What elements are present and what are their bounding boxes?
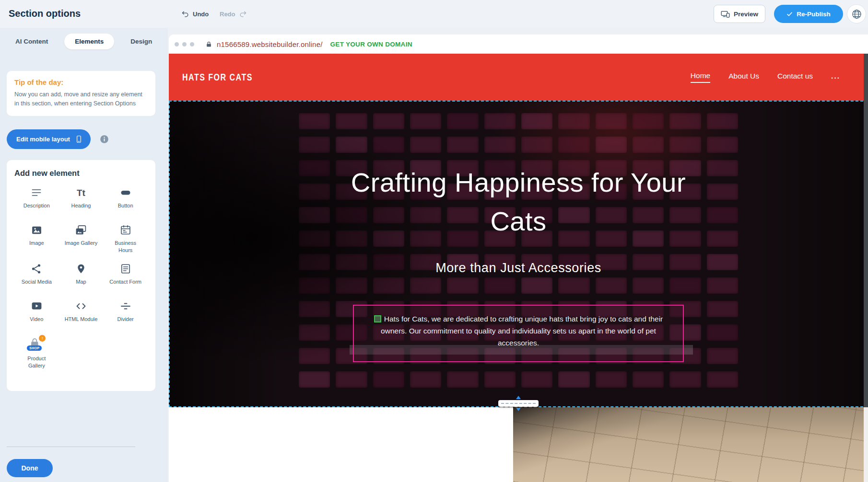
- element-video[interactable]: Video: [14, 299, 59, 329]
- element-map[interactable]: Map: [59, 262, 104, 291]
- site-header: HATS FOR CATS Home About Us Contact us .…: [169, 54, 868, 101]
- element-label: Image Gallery: [65, 240, 97, 247]
- done-button[interactable]: Done: [7, 459, 53, 477]
- selected-paragraph[interactable]: Hats for Cats, we are dedicated to craft…: [353, 305, 684, 362]
- tab-elements[interactable]: Elements: [64, 34, 114, 49]
- add-element-panel: Add new element Description Tt Heading: [7, 160, 155, 391]
- language-globe-button[interactable]: [847, 4, 866, 23]
- undo-button[interactable]: Undo: [181, 0, 209, 28]
- check-icon: [786, 11, 793, 17]
- add-element-title: Add new element: [14, 169, 148, 178]
- redo-label: Redo: [220, 11, 235, 18]
- element-label: Video: [30, 316, 43, 323]
- paragraph-text: Hats for Cats, we are dedicated to craft…: [381, 315, 663, 347]
- element-label: Divider: [117, 316, 134, 323]
- mobile-layout-row: Edit mobile layout: [7, 129, 109, 149]
- arrow-down-icon: [516, 408, 521, 411]
- element-label: HTML Module: [65, 316, 98, 323]
- nav-about-us[interactable]: About Us: [728, 72, 759, 82]
- map-pin-icon: [75, 262, 87, 276]
- window-dot: [190, 42, 194, 46]
- resize-pill: [498, 400, 539, 407]
- element-label: Contact Form: [109, 278, 141, 286]
- browser-bar: n1566589.websitebuilder.online/ GET YOUR…: [169, 34, 868, 54]
- preview-button[interactable]: Preview: [714, 5, 765, 23]
- redo-icon: [239, 10, 247, 18]
- product-gallery-icon: SHOP ↑: [28, 336, 45, 353]
- get-domain-link[interactable]: GET YOUR OWN DOMAIN: [330, 41, 412, 48]
- element-contact-form[interactable]: Contact Form: [103, 262, 148, 291]
- preview-label: Preview: [734, 11, 758, 18]
- business-hours-icon: [120, 223, 131, 237]
- shop-badge: SHOP: [27, 345, 42, 351]
- undo-icon: [181, 10, 189, 18]
- section-resize-handle[interactable]: [498, 396, 539, 411]
- sidebar-divider: [7, 447, 135, 447]
- topbar: Section options Undo Redo Preview Re-Pub…: [0, 0, 868, 28]
- nav-more-icon[interactable]: ...: [831, 72, 840, 82]
- tip-title: Tip of the day:: [14, 78, 148, 86]
- tab-design[interactable]: Design: [129, 34, 154, 49]
- hero-section[interactable]: Crafting Happiness for Your Cats More th…: [169, 101, 868, 407]
- button-icon: [120, 185, 131, 200]
- element-image-gallery[interactable]: Image Gallery: [59, 223, 104, 254]
- sidebar: AI Content Elements Design Tip of the da…: [0, 28, 168, 482]
- ground-image: [513, 407, 868, 482]
- sidebar-tabs: AI Content Elements Design: [13, 34, 154, 49]
- edit-mobile-layout-button[interactable]: Edit mobile layout: [7, 129, 91, 149]
- phone-icon: [75, 135, 83, 143]
- element-description[interactable]: Description: [14, 185, 59, 215]
- element-label: Social Media: [22, 278, 52, 286]
- element-html-module[interactable]: HTML Module: [59, 299, 104, 329]
- hero-heading[interactable]: Crafting Happiness for Your Cats: [170, 163, 867, 241]
- social-media-icon: [31, 262, 42, 276]
- element-heading[interactable]: Tt Heading: [59, 185, 104, 215]
- element-label: Description: [23, 202, 50, 209]
- hero-subheading[interactable]: More than Just Accessories: [170, 261, 867, 275]
- tab-ai-content[interactable]: AI Content: [13, 34, 50, 49]
- element-product-gallery[interactable]: SHOP ↑ Product Gallery: [14, 336, 59, 369]
- divider-icon: [120, 299, 131, 313]
- site-logo[interactable]: HATS FOR CATS: [182, 71, 253, 82]
- element-image[interactable]: Image: [14, 223, 59, 254]
- globe-icon: [851, 9, 862, 20]
- next-section: [169, 407, 868, 482]
- scrollbar-thumb[interactable]: [864, 54, 868, 407]
- element-divider[interactable]: Divider: [103, 299, 148, 329]
- info-icon[interactable]: [99, 134, 109, 144]
- element-label: Image: [29, 240, 44, 247]
- redo-button[interactable]: Redo: [220, 0, 247, 28]
- tip-card: Tip of the day: Now you can add, move an…: [7, 71, 155, 116]
- image-gallery-icon: [75, 223, 87, 237]
- element-social-media[interactable]: Social Media: [14, 262, 59, 291]
- nav-home[interactable]: Home: [691, 71, 710, 83]
- main-area: n1566589.websitebuilder.online/ GET YOUR…: [168, 28, 868, 482]
- republish-button[interactable]: Re-Publish: [774, 5, 843, 23]
- element-business-hours[interactable]: Business Hours: [103, 223, 148, 254]
- edit-mobile-label: Edit mobile layout: [16, 136, 70, 143]
- element-label: Button: [118, 202, 133, 209]
- video-icon: [31, 299, 43, 313]
- element-label: Map: [76, 278, 86, 286]
- undo-label: Undo: [193, 11, 209, 18]
- devices-icon: [721, 10, 730, 19]
- site-url[interactable]: n1566589.websitebuilder.online/: [217, 40, 323, 48]
- window-dot: [182, 42, 187, 46]
- element-button[interactable]: Button: [103, 185, 148, 215]
- html-module-icon: [75, 299, 87, 313]
- arrow-up-icon: [516, 396, 521, 399]
- republish-label: Re-Publish: [797, 11, 831, 18]
- element-label: Product Gallery: [19, 355, 54, 369]
- tip-body: Now you can add, move and resize any ele…: [14, 90, 148, 109]
- scrollbar[interactable]: [864, 54, 868, 482]
- nav-contact-us[interactable]: Contact us: [777, 72, 813, 82]
- element-label: Business Hours: [108, 240, 143, 254]
- element-label: Heading: [71, 202, 91, 209]
- heading-icon: Tt: [77, 185, 85, 200]
- page-title: Section options: [9, 8, 81, 19]
- selection-handle[interactable]: [374, 315, 381, 322]
- element-grid: Description Tt Heading Button: [14, 185, 148, 369]
- description-icon: [31, 185, 42, 200]
- site-preview: HATS FOR CATS Home About Us Contact us .…: [169, 54, 868, 482]
- contact-form-icon: [120, 262, 131, 276]
